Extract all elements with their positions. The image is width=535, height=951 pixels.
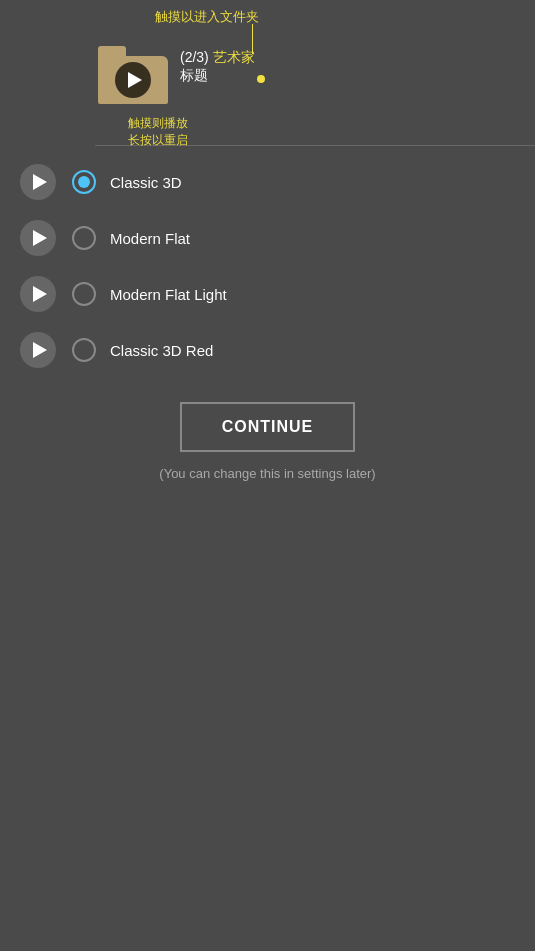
album-art[interactable] <box>98 38 173 113</box>
theme-label-modernflatlight: Modern Flat Light <box>110 286 227 303</box>
settings-note: (You can change this in settings later) <box>0 466 535 481</box>
theme-item-modernflatlight[interactable]: Modern Flat Light <box>20 266 515 322</box>
radio-classic3dred[interactable] <box>72 338 96 362</box>
play-icon-classic3dred <box>33 342 47 358</box>
track-artist: 艺术家 <box>213 49 255 65</box>
radio-inner-classic3d <box>78 176 90 188</box>
annotation-top-label: 触摸以进入文件夹 <box>155 8 259 26</box>
track-info: (2/3) 艺术家 标题 <box>180 48 255 85</box>
theme-preview-modernflatlight <box>20 276 56 312</box>
radio-modernflat[interactable] <box>72 226 96 250</box>
radio-modernflatlight[interactable] <box>72 282 96 306</box>
play-icon-modernflat <box>33 230 47 246</box>
track-title: 标题 <box>180 67 255 85</box>
radio-classic3d[interactable] <box>72 170 96 194</box>
annotation-area: 触摸以进入文件夹 (2/3) 艺术家 标题 触摸则播放 长按以重启 <box>0 0 535 145</box>
continue-button[interactable]: CONTINUE <box>180 402 356 452</box>
track-number: (2/3) <box>180 49 209 65</box>
annotation-restart-label: 长按以重启 <box>128 132 188 149</box>
theme-preview-classic3dred <box>20 332 56 368</box>
annotation-play-label: 触摸则播放 <box>128 115 188 132</box>
theme-preview-modernflat <box>20 220 56 256</box>
theme-item-classic3d[interactable]: Classic 3D <box>20 154 515 210</box>
theme-label-classic3d: Classic 3D <box>110 174 182 191</box>
theme-item-modernflat[interactable]: Modern Flat <box>20 210 515 266</box>
theme-preview-classic3d <box>20 164 56 200</box>
theme-list: Classic 3D Modern Flat Modern Flat Light… <box>0 154 535 378</box>
annotation-bottom: 触摸则播放 长按以重启 <box>128 115 188 149</box>
play-icon-modernflatlight <box>33 286 47 302</box>
play-icon-classic3d <box>33 174 47 190</box>
theme-label-classic3dred: Classic 3D Red <box>110 342 213 359</box>
theme-item-classic3dred[interactable]: Classic 3D Red <box>20 322 515 378</box>
play-overlay-icon <box>115 62 151 98</box>
folder-icon <box>98 46 168 104</box>
annotation-dot <box>257 75 265 83</box>
theme-label-modernflat: Modern Flat <box>110 230 190 247</box>
